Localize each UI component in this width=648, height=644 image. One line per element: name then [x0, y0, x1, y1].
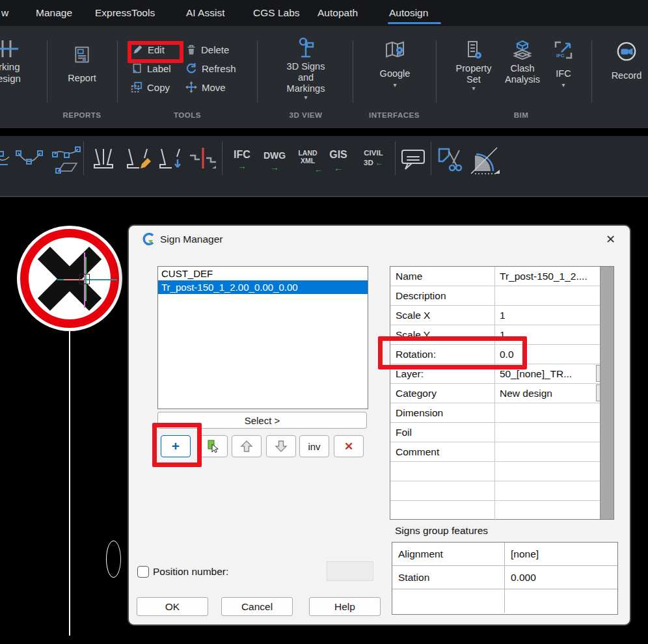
- ok-button[interactable]: OK: [137, 597, 208, 616]
- section-tools: TOOLS: [155, 111, 220, 122]
- trim-scissors-icon[interactable]: [437, 146, 466, 174]
- property-row[interactable]: Foil: [390, 423, 614, 442]
- prop-value: [495, 462, 614, 481]
- refresh-label: Refresh: [202, 63, 236, 74]
- ribbon-separator: [257, 40, 258, 103]
- secondary-toolbar: IFC → DWG → LAND XML ← GIS ← CIVIL 3D ←: [0, 136, 648, 197]
- sg-label: [392, 589, 505, 613]
- cross-section-icon[interactable]: [90, 146, 117, 172]
- list-item[interactable]: CUST_DEF: [158, 267, 368, 280]
- cross-section-edit-icon[interactable]: [124, 146, 152, 172]
- property-set-icon: [463, 40, 484, 60]
- close-icon[interactable]: ✕: [606, 232, 615, 247]
- property-set-button[interactable]: Property Set ▾: [448, 40, 500, 92]
- property-row[interactable]: [390, 501, 614, 520]
- svg-text:IFC: IFC: [556, 53, 565, 59]
- report-icon: [73, 46, 91, 64]
- comment-icon[interactable]: [400, 148, 426, 172]
- property-row[interactable]: Dimension: [390, 403, 614, 423]
- app-screen: w Manage ExpressTools AI Assist CGS Labs…: [0, 0, 648, 644]
- record-button[interactable]: Record: [604, 41, 648, 81]
- 3d-signs-button[interactable]: 3D Signs and Markings ▾: [273, 36, 338, 101]
- prop-label: [390, 462, 495, 481]
- signs-group-title: Signs group features: [395, 525, 488, 537]
- signs-group-row[interactable]: Alignment [none]: [392, 543, 617, 566]
- cross-section-import-icon[interactable]: [156, 146, 185, 172]
- dwg-tool-label: DWG: [259, 150, 290, 161]
- ribbon-separator: [353, 40, 353, 103]
- menu-item-manage[interactable]: Manage: [36, 0, 72, 26]
- property-row[interactable]: [390, 462, 614, 481]
- copy-button[interactable]: Copy: [131, 79, 170, 96]
- annotation-box-rotation: [378, 336, 527, 369]
- polyline-node-partial-icon[interactable]: [0, 148, 9, 171]
- section-3d-view: 3D VIEW: [273, 111, 338, 122]
- menu-item-partial[interactable]: w: [1, 0, 8, 26]
- signs-group-row[interactable]: [392, 589, 617, 613]
- menu-item-autopath[interactable]: Autopath: [317, 0, 358, 26]
- menubar: w Manage ExpressTools AI Assist CGS Labs…: [0, 0, 648, 26]
- ribbon: rking esign Report REPORTS Edit: [0, 26, 648, 128]
- civil3d-import-tool[interactable]: CIVIL 3D ←: [358, 149, 389, 167]
- menu-item-cgs-labs[interactable]: CGS Labs: [253, 0, 300, 26]
- move-down-button[interactable]: [266, 435, 296, 457]
- position-number-checkbox[interactable]: [137, 566, 149, 578]
- signs-group-table: Alignment [none] Station 0.000: [392, 542, 618, 615]
- landxml-import-tool[interactable]: LAND XML ←: [293, 149, 323, 174]
- ifc-button[interactable]: IFC IFC ▾: [542, 40, 585, 88]
- prop-label: Dimension: [390, 403, 495, 422]
- section-line-icon[interactable]: [189, 146, 217, 172]
- arrow-up-icon: [240, 440, 253, 453]
- property-row-category[interactable]: Category New design ▼: [390, 384, 614, 403]
- move-button[interactable]: Move: [185, 79, 226, 96]
- gis-tool-label: GIS: [324, 149, 353, 161]
- prop-value: 1: [495, 306, 614, 325]
- ifc-export-tool[interactable]: IFC →: [226, 149, 258, 171]
- property-row[interactable]: Name Tr_post-150_1_2....: [390, 267, 614, 286]
- protractor-icon[interactable]: [470, 146, 501, 175]
- toolbar-separator: [395, 141, 396, 175]
- prop-value: [495, 423, 614, 442]
- spline-area-icon[interactable]: [52, 145, 81, 174]
- help-button[interactable]: Help: [309, 597, 381, 616]
- google-button[interactable]: Google ▾: [362, 40, 427, 88]
- signs-group-row[interactable]: Station 0.000: [392, 566, 617, 589]
- chevron-down-icon: ▾: [362, 82, 427, 88]
- property-row[interactable]: Scale X 1: [390, 306, 614, 325]
- landxml-line2: XML: [293, 157, 323, 165]
- refresh-button[interactable]: Refresh: [185, 60, 236, 77]
- delete-button[interactable]: Delete: [186, 41, 229, 58]
- toolbar-separator: [83, 141, 84, 175]
- scrollbar[interactable]: [600, 267, 614, 519]
- delete-sign-button[interactable]: ✕: [334, 435, 364, 457]
- prop-label: Category: [390, 384, 495, 403]
- section-interfaces: INTERFACES: [362, 111, 427, 122]
- sg-value: [none]: [505, 543, 617, 565]
- delete-cross-icon: ✕: [344, 440, 353, 453]
- property-row[interactable]: [390, 481, 614, 501]
- section-reports: REPORTS: [49, 111, 115, 122]
- spline-nodes-icon[interactable]: [16, 148, 43, 172]
- cancel-button[interactable]: Cancel: [221, 597, 293, 616]
- pickbox-cursor: [79, 274, 90, 284]
- label-label: Label: [147, 63, 171, 74]
- property-row[interactable]: Comment: [390, 442, 614, 462]
- menu-item-ai-assist[interactable]: AI Assist: [186, 0, 224, 26]
- invert-selection-button[interactable]: inv: [299, 435, 329, 457]
- cgs-labs-logo-icon: [142, 232, 156, 247]
- dwg-export-tool[interactable]: DWG →: [259, 150, 290, 172]
- active-tab-underline: [388, 22, 441, 24]
- annotation-box-edit: [128, 41, 183, 63]
- 3d-signs-line3: Markings: [273, 83, 338, 94]
- position-number-field[interactable]: [327, 561, 373, 581]
- list-item-selected[interactable]: Tr_post-150_1_2.00_0.00_0.00: [158, 280, 368, 294]
- sign-list[interactable]: CUST_DEF Tr_post-150_1_2.00_0.00_0.00: [157, 266, 368, 409]
- property-row[interactable]: Description: [390, 286, 614, 306]
- report-button[interactable]: Report: [56, 46, 108, 84]
- section-bim: BIM: [489, 111, 554, 122]
- menu-item-expresstools[interactable]: ExpressTools: [95, 0, 155, 26]
- pick-from-drawing-button[interactable]: [198, 435, 228, 457]
- gis-import-tool[interactable]: GIS ←: [324, 149, 353, 173]
- prop-value: Tr_post-150_1_2....: [495, 267, 614, 286]
- move-up-button[interactable]: [232, 435, 262, 457]
